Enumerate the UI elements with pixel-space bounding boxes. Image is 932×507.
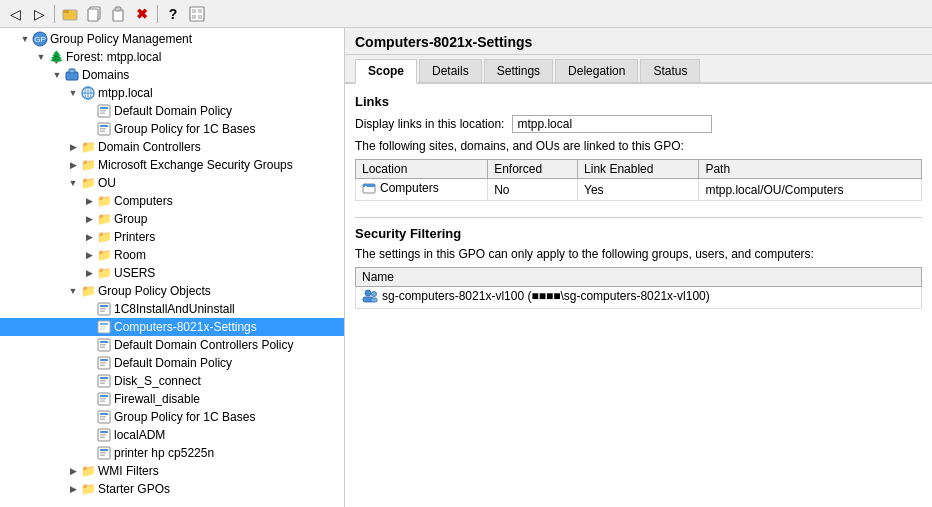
- expand-icon[interactable]: ▼: [66, 284, 80, 298]
- svg-rect-60: [100, 449, 108, 451]
- ou-folder-icon: 📁: [96, 211, 112, 227]
- forward-button[interactable]: ▷: [28, 3, 50, 25]
- tree-item-printer[interactable]: printer hp cp5225n: [0, 444, 344, 462]
- tab-settings[interactable]: Settings: [484, 59, 553, 82]
- security-entry: sg-computers-8021x-vl100 (■■■■\sg-comput…: [362, 289, 710, 303]
- svg-rect-40: [100, 359, 108, 361]
- expand-icon[interactable]: ▶: [82, 266, 96, 280]
- expand-icon[interactable]: ▶: [66, 482, 80, 496]
- svg-rect-46: [100, 383, 105, 385]
- help-button[interactable]: ?: [162, 3, 184, 25]
- gpo-icon: [96, 337, 112, 353]
- ou-icon: 📁: [80, 175, 96, 191]
- tree-label: Firewall_disable: [114, 390, 200, 408]
- expand-icon[interactable]: ▶: [66, 464, 80, 478]
- tree-item-computers[interactable]: ▶ 📁 Computers: [0, 192, 344, 210]
- gpo-icon: [96, 427, 112, 443]
- tree-label: Room: [114, 246, 146, 264]
- tree-label: Printers: [114, 228, 155, 246]
- tree-domains[interactable]: ▼ Domains: [0, 66, 344, 84]
- expand-icon[interactable]: ▼: [66, 86, 80, 100]
- svg-rect-34: [100, 329, 105, 331]
- expand-icon[interactable]: ▶: [82, 248, 96, 262]
- expand-icon[interactable]: ▶: [66, 140, 80, 154]
- tree-item-exchange[interactable]: ▶ 📁 Microsoft Exchange Security Groups: [0, 156, 344, 174]
- tree-item-wmi-filters[interactable]: ▶ 📁 WMI Filters: [0, 462, 344, 480]
- svg-rect-56: [100, 431, 108, 433]
- paste-button[interactable]: [107, 3, 129, 25]
- expand-icon[interactable]: ▶: [66, 158, 80, 172]
- display-links-label: Display links in this location:: [355, 117, 504, 131]
- tree-label: Disk_S_connect: [114, 372, 201, 390]
- expand-icon[interactable]: ▶: [82, 212, 96, 226]
- tree-item-starter-gpos[interactable]: ▶ 📁 Starter GPOs: [0, 480, 344, 498]
- expand-icon[interactable]: ▶: [82, 230, 96, 244]
- svg-rect-20: [100, 107, 108, 109]
- svg-rect-65: [365, 186, 367, 187]
- svg-rect-45: [100, 380, 106, 382]
- tree-item-gpo-container[interactable]: ▼ 📁 Group Policy Objects: [0, 282, 344, 300]
- ou-folder-icon: 📁: [96, 247, 112, 263]
- tree-domain[interactable]: ▼ mtpp.local: [0, 84, 344, 102]
- tree-label: Computers-8021x-Settings: [114, 318, 257, 336]
- no-expand: [82, 428, 96, 442]
- svg-rect-49: [100, 398, 106, 400]
- expand-icon[interactable]: ▼: [50, 68, 64, 82]
- tree-item-ou[interactable]: ▼ 📁 OU: [0, 174, 344, 192]
- tree-item-localadm[interactable]: localADM: [0, 426, 344, 444]
- tree-root[interactable]: ▼ GP Group Policy Management: [0, 30, 344, 48]
- tree-item-group[interactable]: ▶ 📁 Group: [0, 210, 344, 228]
- toolbar-separator-1: [54, 5, 55, 23]
- right-panel: Computers-8021x-Settings Scope Details S…: [345, 28, 932, 507]
- back-button[interactable]: ◁: [4, 3, 26, 25]
- no-expand: [82, 320, 96, 334]
- tree-label: Group Policy for 1C Bases: [114, 408, 255, 426]
- no-expand: [82, 122, 96, 136]
- tree-item-disk[interactable]: Disk_S_connect: [0, 372, 344, 390]
- scope-content: Links Display links in this location: Th…: [345, 84, 932, 319]
- tree-item-users[interactable]: ▶ 📁 USERS: [0, 264, 344, 282]
- svg-rect-26: [100, 131, 105, 133]
- tree-item-domain-controllers[interactable]: ▶ 📁 Domain Controllers: [0, 138, 344, 156]
- cell-location: Computers: [356, 179, 488, 201]
- tab-details[interactable]: Details: [419, 59, 482, 82]
- display-links-row: Display links in this location:: [355, 115, 922, 133]
- tree-forest[interactable]: ▼ 🌲 Forest: mtpp.local: [0, 48, 344, 66]
- tree-item-computers-8021x[interactable]: Computers-8021x-Settings: [0, 318, 344, 336]
- tree-item-ddcp[interactable]: Default Domain Controllers Policy: [0, 336, 344, 354]
- tree-item-default-domain-policy[interactable]: Default Domain Policy: [0, 102, 344, 120]
- expand-icon[interactable]: ▶: [82, 194, 96, 208]
- tree-item-gp-1c-bases[interactable]: Group Policy for 1C Bases: [0, 120, 344, 138]
- export-button[interactable]: [186, 3, 208, 25]
- delete-button[interactable]: ✖: [131, 3, 153, 25]
- links-desc: The following sites, domains, and OUs ar…: [355, 139, 922, 153]
- display-links-input[interactable]: [512, 115, 712, 133]
- expand-icon[interactable]: ▼: [66, 176, 80, 190]
- tree-item-firewall[interactable]: Firewall_disable: [0, 390, 344, 408]
- copy-button[interactable]: [83, 3, 105, 25]
- tree-item-gp1c[interactable]: Group Policy for 1C Bases: [0, 408, 344, 426]
- col-path: Path: [699, 160, 922, 179]
- tree-item-printers[interactable]: ▶ 📁 Printers: [0, 228, 344, 246]
- svg-rect-4: [113, 10, 123, 21]
- gpo-icon: [96, 373, 112, 389]
- expand-icon[interactable]: ▼: [18, 32, 32, 46]
- root-label: Group Policy Management: [50, 30, 192, 48]
- tree-item-ddp[interactable]: Default Domain Policy: [0, 354, 344, 372]
- table-row[interactable]: sg-computers-8021x-vl100 (■■■■\sg-comput…: [356, 287, 922, 309]
- no-expand: [82, 356, 96, 370]
- svg-rect-14: [69, 69, 75, 73]
- gpo-icon: [96, 445, 112, 461]
- links-section: Links Display links in this location: Th…: [355, 94, 922, 201]
- tab-status[interactable]: Status: [640, 59, 700, 82]
- tab-scope[interactable]: Scope: [355, 59, 417, 84]
- expand-icon[interactable]: ▼: [34, 50, 48, 64]
- svg-rect-3: [88, 9, 98, 21]
- table-row[interactable]: Computers No Yes mtpp.local/OU/Computers: [356, 179, 922, 201]
- tree-item-room[interactable]: ▶ 📁 Room: [0, 246, 344, 264]
- tree-item-1c8install[interactable]: 1C8InstallAndUninstall: [0, 300, 344, 318]
- tab-delegation[interactable]: Delegation: [555, 59, 638, 82]
- toolbar-separator-2: [157, 5, 158, 23]
- open-button[interactable]: [59, 3, 81, 25]
- svg-rect-29: [100, 308, 106, 310]
